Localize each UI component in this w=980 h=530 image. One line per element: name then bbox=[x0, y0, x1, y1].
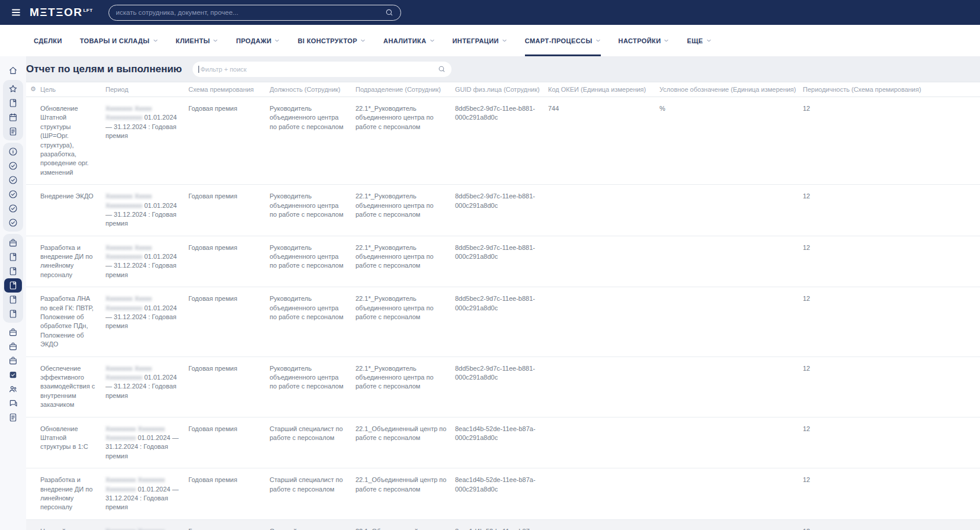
brand-suffix: LFT bbox=[83, 8, 92, 13]
cell-bonus-scheme: Годовая премия bbox=[188, 236, 270, 287]
cell-period: Ххххххххх Хххххххх Ххххххххх 01.01.2024 … bbox=[105, 468, 188, 519]
cell-unit-symbol bbox=[659, 468, 803, 519]
cell-bonus-scheme: Годовая премия bbox=[188, 417, 270, 468]
table-row[interactable]: Внедрение ЭКДО Хххххххх Ххххх Хххххххххх… bbox=[26, 185, 980, 236]
journal-icon[interactable] bbox=[4, 250, 22, 264]
column-header-8[interactable]: Условное обозначение (Единица измерения) bbox=[659, 82, 803, 97]
cell-goal: Обеспечение эффективного взаимодействия … bbox=[40, 357, 105, 417]
journal-icon[interactable] bbox=[4, 96, 22, 110]
row-gutter bbox=[26, 417, 40, 468]
nav-tab-label: СМАРТ-ПРОЦЕССЫ bbox=[525, 37, 593, 44]
cell-unit-symbol: % bbox=[659, 97, 803, 184]
cell-department: 22.1_Объединенный центр по работе с перс… bbox=[356, 417, 455, 468]
check-icon[interactable] bbox=[4, 159, 22, 173]
calendar-icon[interactable] bbox=[4, 110, 22, 124]
column-header-5[interactable]: Подразделение (Сотрудник) bbox=[356, 82, 455, 97]
check-icon[interactable] bbox=[4, 187, 22, 201]
info-icon[interactable] bbox=[4, 144, 22, 159]
users-icon[interactable] bbox=[4, 382, 22, 396]
cell-position: Руководитель объединенного центра по раб… bbox=[270, 236, 356, 287]
cell-department: 22.1*_Руководитель объединенного центра … bbox=[356, 97, 455, 184]
nav-tab-label: КЛИЕНТЫ bbox=[176, 37, 210, 44]
column-header-2[interactable]: Период bbox=[105, 82, 188, 97]
check-icon[interactable] bbox=[4, 216, 22, 230]
document-icon[interactable] bbox=[4, 410, 22, 425]
table-row[interactable]: Разработка ЛНА по всей ГК: ПВТР, Положен… bbox=[26, 287, 980, 356]
cell-guid: 8dd5bec2-9d7c-11ee-b881-000c291a8d0c bbox=[455, 287, 548, 356]
chevron-down-icon bbox=[274, 37, 280, 44]
cell-unit-symbol bbox=[659, 287, 803, 356]
nav-tab-1[interactable]: СДЕЛКИ bbox=[34, 25, 62, 56]
cell-department: 22.1*_Руководитель объединенного центра … bbox=[356, 236, 455, 287]
box-icon[interactable] bbox=[4, 325, 22, 339]
home-icon[interactable] bbox=[4, 63, 22, 78]
table-row[interactable]: Обновление Штатной структуры (ШР=Орг. ст… bbox=[26, 97, 980, 185]
star-icon[interactable] bbox=[4, 82, 22, 96]
nav-tab-2[interactable]: ТОВАРЫ И СКЛАДЫ bbox=[80, 25, 158, 56]
filter-search-input[interactable] bbox=[198, 66, 438, 73]
tasks-icon[interactable] bbox=[4, 368, 22, 382]
cell-guid: 8dd5bec2-9d7c-11ee-b881-000c291a8d0c bbox=[455, 236, 548, 287]
icon-sidebar bbox=[0, 56, 26, 530]
cell-unit-symbol bbox=[659, 520, 803, 530]
box-icon[interactable] bbox=[4, 236, 22, 250]
cell-goal: Разработка и внедрение ДИ по линейному п… bbox=[40, 236, 105, 287]
cell-guid: 8dd5bec2-9d7c-11ee-b881-000c291a8d0c bbox=[455, 357, 548, 417]
filter-search-icon bbox=[438, 65, 446, 73]
cell-department: 22.1*_Руководитель объединенного центра … bbox=[356, 357, 455, 417]
check-icon[interactable] bbox=[4, 201, 22, 216]
nav-tab-label: ЕЩЕ bbox=[687, 37, 703, 44]
table-row[interactable]: Обновление Штатной структуры в 1:С Ххххх… bbox=[26, 417, 980, 469]
column-header-9[interactable]: Периодичность (Схема премирования) bbox=[803, 82, 980, 97]
box-icon[interactable] bbox=[4, 339, 22, 354]
cell-goal: Разработка и внедрение ДИ по линейному п… bbox=[40, 468, 105, 519]
cell-period: Хххххххх Ххххх Ххххххххххх 01.01.2024 — … bbox=[105, 236, 188, 287]
chevron-down-icon bbox=[502, 37, 507, 44]
cell-unit-symbol bbox=[659, 417, 803, 468]
check-icon[interactable] bbox=[4, 173, 22, 187]
document-icon[interactable] bbox=[4, 124, 22, 139]
filter-search bbox=[193, 62, 451, 77]
row-gutter bbox=[26, 357, 40, 417]
cell-goal: Обновление Штатной структуры (ШР=Орг. ст… bbox=[40, 97, 105, 184]
nav-tab-10[interactable]: ЕЩЕ bbox=[687, 25, 711, 56]
nav-tab-5[interactable]: BI КОНСТРУКТОР bbox=[297, 25, 366, 56]
chevron-down-icon bbox=[664, 37, 669, 44]
column-header-3[interactable]: Схема премирования bbox=[188, 82, 270, 97]
nav-tab-8[interactable]: СМАРТ-ПРОЦЕССЫ bbox=[525, 25, 601, 56]
cell-okei-code bbox=[548, 236, 659, 287]
cell-position: Руководитель объединенного центра по раб… bbox=[270, 97, 356, 184]
journal-icon[interactable] bbox=[4, 293, 22, 307]
cell-bonus-scheme: Годовая премия bbox=[188, 468, 270, 519]
table-row[interactable]: Обеспечение эффективного взаимодействия … bbox=[26, 357, 980, 417]
main-nav: СДЕЛКИТОВАРЫ И СКЛАДЫКЛИЕНТЫПРОДАЖИBI КО… bbox=[0, 25, 980, 56]
cell-periodicity: 12 bbox=[803, 236, 980, 287]
chevron-down-icon bbox=[153, 37, 158, 44]
global-search-input[interactable] bbox=[116, 9, 385, 16]
table-row[interactable]: Разработка и внедрение ДИ по линейному п… bbox=[26, 236, 980, 288]
table-settings-icon[interactable]: ⚙ bbox=[26, 82, 40, 97]
nav-tab-label: СДЕЛКИ bbox=[34, 37, 62, 44]
chevron-down-icon bbox=[430, 37, 435, 44]
hamburger-menu-icon[interactable] bbox=[8, 5, 24, 20]
cell-goal: Обновление Штатной структуры в 1:С bbox=[40, 417, 105, 468]
column-header-6[interactable]: GUID физ.лица (Сотрудник) bbox=[455, 82, 548, 97]
table-row[interactable]: Разработка и внедрение ДИ по линейному п… bbox=[26, 468, 980, 520]
journal-icon-active[interactable] bbox=[4, 278, 22, 293]
column-header-1[interactable]: Цель bbox=[40, 82, 105, 97]
page-title: Отчет по целям и выполнению bbox=[26, 63, 182, 75]
column-header-4[interactable]: Должность (Сотрудник) bbox=[270, 82, 356, 97]
column-header-7[interactable]: Код ОКЕИ (Единица измерения) bbox=[548, 82, 659, 97]
nav-tab-4[interactable]: ПРОДАЖИ bbox=[236, 25, 280, 56]
box-icon[interactable] bbox=[4, 354, 22, 368]
journal-icon[interactable] bbox=[4, 264, 22, 278]
nav-tab-9[interactable]: НАСТРОЙКИ bbox=[619, 25, 670, 56]
nav-tab-label: ИНТЕГРАЦИИ bbox=[453, 37, 499, 44]
nav-tab-6[interactable]: АНАЛИТИКА bbox=[383, 25, 434, 56]
chat-icon[interactable] bbox=[4, 396, 22, 410]
table-row[interactable]: Настройка матрицы согласования по внедря… bbox=[26, 520, 980, 530]
nav-tab-3[interactable]: КЛИЕНТЫ bbox=[176, 25, 219, 56]
sidebar-group-5 bbox=[4, 325, 22, 425]
journal-icon[interactable] bbox=[4, 307, 22, 321]
nav-tab-7[interactable]: ИНТЕГРАЦИИ bbox=[453, 25, 507, 56]
